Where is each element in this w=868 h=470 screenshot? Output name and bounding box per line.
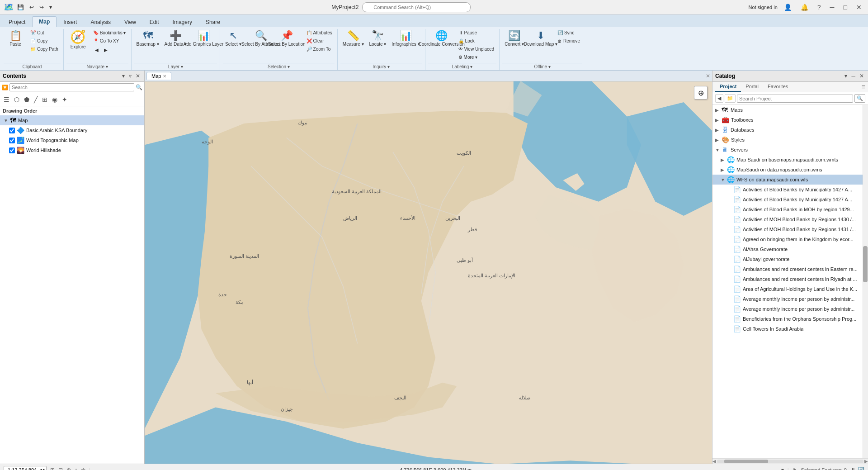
cat-item-wfs[interactable]: ▼ 🌐 WFS on data.mapsaudi.com.wfs: [712, 175, 863, 185]
catalog-search-button[interactable]: 🔍: [854, 94, 865, 103]
locate-button[interactable]: 🔭 Locate ▾: [367, 29, 389, 49]
cat-item-agricultural[interactable]: 📄 Area of Agricultural Holdings by Land …: [712, 284, 863, 294]
databases-expand-icon[interactable]: ▶: [715, 128, 720, 133]
map-canvas[interactable]: تبوك الكويت البحرين قطر أبو ظبي الإمارات…: [145, 81, 712, 464]
tab-map[interactable]: Map: [32, 16, 57, 27]
layer-item-hillshade[interactable]: 🌄 World Hillshade: [0, 145, 144, 155]
wmts-expand-icon[interactable]: ▶: [721, 157, 725, 162]
basemap-button[interactable]: 🗺 Basemap ▾: [134, 29, 161, 49]
catalog-tab-portal[interactable]: Portal: [741, 82, 763, 92]
map-expand-arrow[interactable]: ▼: [4, 118, 8, 123]
catalog-search-input[interactable]: [737, 95, 853, 103]
line-view-button[interactable]: ╱: [32, 95, 39, 104]
cat-item-servers[interactable]: ▼ 🖥 Servers: [712, 145, 863, 155]
status-north-button[interactable]: ↑: [75, 467, 77, 470]
cut-button[interactable]: ✂️ Cut: [28, 29, 61, 37]
catalog-tab-favorites[interactable]: Favorites: [763, 82, 793, 92]
tab-edit[interactable]: Edit: [143, 17, 166, 27]
cat-item-toolboxes[interactable]: ▶ 🧰 Toolboxes: [712, 115, 863, 125]
map-tab[interactable]: Map ✕: [146, 72, 171, 80]
cat-item-ambulances-east[interactable]: 📄 Ambulances and red cresent centers in …: [712, 264, 863, 274]
status-refresh-button[interactable]: 🔄: [858, 467, 864, 470]
tab-view[interactable]: View: [118, 17, 143, 27]
customize-button[interactable]: ▾: [47, 3, 54, 11]
status-pause-button[interactable]: ⏸: [850, 467, 856, 470]
tab-share[interactable]: Share: [199, 17, 227, 27]
hillshade-checkbox[interactable]: [9, 147, 15, 153]
catalog-back-button[interactable]: ◀: [715, 94, 723, 103]
cat-item-maps[interactable]: ▶ 🗺 Maps: [712, 105, 863, 115]
download-map-button[interactable]: ⬇ Download Map ▾: [527, 29, 554, 49]
catalog-hscroll-thumb[interactable]: [724, 460, 768, 463]
cat-item-wms[interactable]: ▶ 🌐 MapSaudi on data.mapsaudi.com.wms: [712, 165, 863, 175]
bookmarks-button[interactable]: 🔖 Bookmarks ▾: [91, 29, 128, 37]
cat-item-blood-banks-2[interactable]: 📄 Activities of Blood Banks by Municipal…: [712, 195, 863, 204]
map-tab-close-button[interactable]: ✕: [163, 74, 166, 79]
maximize-button[interactable]: □: [841, 3, 850, 12]
catalog-scroll-right-button[interactable]: ▶: [864, 459, 868, 464]
forward-button[interactable]: ▶: [102, 46, 110, 54]
lock-button[interactable]: 🔒 Lock: [456, 37, 497, 45]
catalog-tab-project[interactable]: Project: [715, 82, 741, 92]
catalog-minimize-button[interactable]: ─: [850, 72, 857, 80]
select-by-location-button[interactable]: 📌 Select By Location: [274, 29, 299, 49]
ksa-checkbox[interactable]: [9, 128, 15, 133]
select-button[interactable]: ↖ Select ▾: [223, 29, 244, 49]
convert-button[interactable]: 🔄 Convert ▾: [502, 29, 526, 49]
cat-item-avg-income-2[interactable]: 📄 Average monthly income per person by a…: [712, 304, 863, 314]
redo-button[interactable]: ↪: [38, 3, 46, 11]
view-unplaced-button[interactable]: 👁 View Unplaced: [456, 45, 497, 53]
cat-item-ambulances-riyadh[interactable]: 📄 Ambulances and red cresent centers in …: [712, 274, 863, 284]
copy-path-button[interactable]: 📁 Copy Path: [28, 45, 61, 53]
polygon-view-button[interactable]: ⬟: [22, 95, 31, 104]
notification-button[interactable]: 🔔: [798, 3, 811, 12]
sync-button[interactable]: 🔃 Sync: [555, 29, 582, 37]
contents-options-button[interactable]: ▿: [127, 72, 133, 80]
tab-project[interactable]: Project: [2, 17, 32, 27]
coordinate-conversion-button[interactable]: 🌐 Coordinate Conversion: [428, 29, 455, 49]
more-labeling-button[interactable]: ⚙ More ▾: [456, 53, 497, 61]
grid-view-button[interactable]: ⊞: [40, 95, 49, 104]
save-button[interactable]: 💾: [15, 3, 26, 11]
maps-expand-icon[interactable]: ▶: [715, 108, 720, 113]
wfs-expand-icon[interactable]: ▼: [721, 177, 725, 182]
paste-button[interactable]: 📋 Paste: [4, 29, 27, 49]
catalog-scroll-left-button[interactable]: ◀: [712, 459, 716, 464]
cat-item-blood-banks-1[interactable]: 📄 Activities of Blood Banks by Municipal…: [712, 185, 863, 195]
status-pan-button[interactable]: ✛: [81, 467, 85, 470]
catalog-menu-button[interactable]: ≡: [862, 83, 865, 90]
status-grid-button[interactable]: ⊞: [50, 467, 55, 470]
servers-expand-icon[interactable]: ▼: [715, 147, 720, 152]
contents-close-button[interactable]: ✕: [134, 72, 142, 80]
tab-analysis[interactable]: Analysis: [84, 17, 118, 27]
cat-item-wmts[interactable]: ▶ 🌐 Map Saudi on basemaps.mapsaudi.com.w…: [712, 155, 863, 165]
infographics-button[interactable]: 📊 Infographics ▾: [389, 29, 422, 49]
back-button[interactable]: ◀: [93, 46, 101, 54]
cat-item-agreed[interactable]: 📄 Agreed on bringing them in the Kingdom…: [712, 234, 863, 244]
contents-filter-button[interactable]: ▾: [121, 72, 126, 80]
explore-button[interactable]: 🧭 Explore: [66, 29, 90, 52]
cat-item-aljubayl[interactable]: 📄 AlJubayl governorate: [712, 254, 863, 264]
cat-item-moh-1430[interactable]: 📄 Activities of MOH Blood Banks by Regio…: [712, 214, 863, 224]
cylinder-view-button[interactable]: ⬡: [12, 95, 21, 104]
cat-item-alahsa[interactable]: 📄 AlAhsa Governorate: [712, 244, 863, 254]
tab-imagery[interactable]: Imagery: [166, 17, 199, 27]
cat-item-databases[interactable]: ▶ 🗄 Databases: [712, 125, 863, 135]
catalog-up-button[interactable]: 📁: [725, 94, 736, 103]
measure-button[interactable]: 📏 Measure ▾: [340, 29, 366, 49]
clear-button[interactable]: ❌ Clear: [304, 37, 335, 45]
minimize-button[interactable]: ─: [827, 3, 837, 12]
remove-offline-button[interactable]: 🗑 Remove: [555, 37, 582, 45]
toolboxes-expand-icon[interactable]: ▶: [715, 118, 720, 123]
help-button[interactable]: ?: [815, 3, 824, 12]
cat-item-beneficiaries[interactable]: 📄 Beneficiaries from the Orphans Sponsor…: [712, 314, 863, 324]
attributes-button[interactable]: 📋 Attributes: [304, 29, 335, 37]
catalog-scrollbar[interactable]: [863, 105, 868, 458]
layer-item-ksa[interactable]: 🔷 Basic Arabic KSA Boundary: [0, 125, 144, 135]
point-view-button[interactable]: ◉: [50, 95, 59, 104]
cat-item-blood-banks-moh[interactable]: 📄 Activities of Blood Banks in MOH by re…: [712, 204, 863, 214]
add-graphics-layer-button[interactable]: 📊 Add Graphics Layer: [190, 29, 217, 49]
layer-item-map[interactable]: ▼ 🗺 Map: [0, 115, 144, 125]
layer-item-topo[interactable]: 🗾 World Topographic Map: [0, 135, 144, 145]
close-button[interactable]: ✕: [854, 3, 864, 12]
